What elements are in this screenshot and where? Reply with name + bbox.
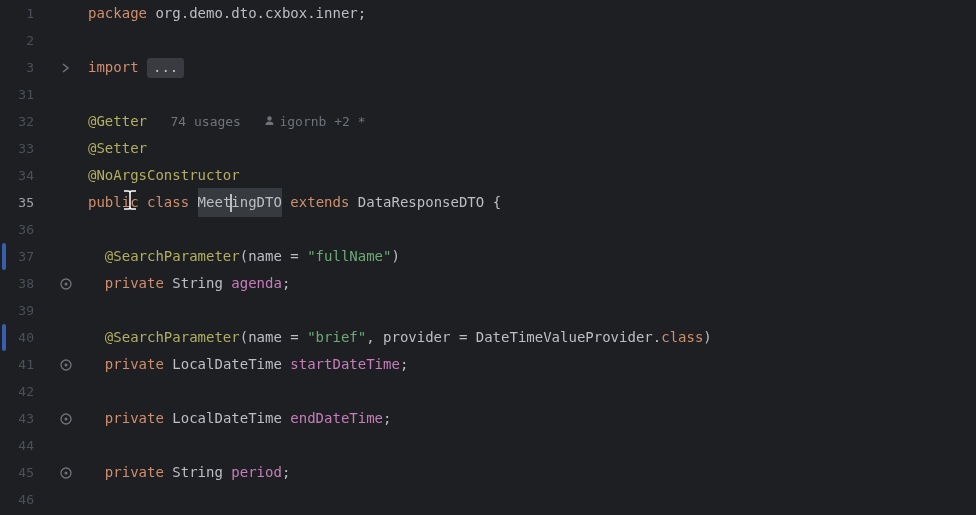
code-line[interactable]: package org.demo.dto.cxbox.inner; — [88, 0, 976, 27]
line-number[interactable]: 34 — [0, 162, 34, 189]
fold-chevron-icon[interactable] — [52, 54, 80, 81]
line-number[interactable]: 39 — [0, 297, 34, 324]
usages-icon[interactable] — [52, 270, 80, 297]
code-line[interactable]: private LocalDateTime startDateTime; — [88, 351, 976, 378]
code-line[interactable]: public class MeetingDTO extends DataResp… — [88, 189, 976, 216]
usages-icon[interactable] — [52, 459, 80, 486]
author-hint[interactable]: igornb +2 * — [264, 108, 365, 135]
code-line[interactable]: @SearchParameter(name = "brief", provide… — [88, 324, 976, 351]
text-caret — [230, 194, 232, 212]
change-marker[interactable] — [2, 324, 6, 351]
code-line[interactable] — [88, 216, 976, 243]
change-marker[interactable] — [2, 243, 6, 270]
usages-icon[interactable] — [52, 405, 80, 432]
line-number[interactable]: 35 — [0, 189, 34, 216]
svg-point-1 — [65, 282, 68, 285]
line-number[interactable]: 32 — [0, 108, 34, 135]
code-line[interactable] — [88, 432, 976, 459]
code-line[interactable]: @SearchParameter(name = "fullName") — [88, 243, 976, 270]
collapsed-fold[interactable]: ... — [147, 58, 184, 78]
code-line[interactable] — [88, 486, 976, 513]
line-number[interactable]: 42 — [0, 378, 34, 405]
usages-hint[interactable]: 74 usages — [147, 108, 264, 135]
class-name-highlight[interactable]: MeetingDTO — [198, 188, 282, 217]
line-number[interactable]: 44 — [0, 432, 34, 459]
line-number[interactable]: 3 — [0, 54, 34, 81]
svg-point-8 — [268, 116, 272, 120]
line-number[interactable]: 2 — [0, 27, 34, 54]
code-line[interactable]: private LocalDateTime endDateTime; — [88, 405, 976, 432]
line-number[interactable]: 31 — [0, 81, 34, 108]
code-line[interactable]: private String period; — [88, 459, 976, 486]
code-editor[interactable]: package org.demo.dto.cxbox.inner;import … — [80, 0, 976, 515]
line-number[interactable]: 46 — [0, 486, 34, 513]
code-line[interactable] — [88, 27, 976, 54]
code-line[interactable]: @Setter — [88, 135, 976, 162]
line-number[interactable]: 38 — [0, 270, 34, 297]
code-line[interactable]: private String agenda; — [88, 270, 976, 297]
line-number[interactable]: 45 — [0, 459, 34, 486]
line-number[interactable]: 36 — [0, 216, 34, 243]
author-icon — [264, 115, 275, 126]
editor-container: 12331323334353637383940414243444546 pack… — [0, 0, 976, 515]
line-number[interactable]: 33 — [0, 135, 34, 162]
line-number[interactable]: 1 — [0, 0, 34, 27]
code-line[interactable]: @Getter 74 usages igornb +2 * — [88, 108, 976, 135]
code-line[interactable]: import ... — [88, 54, 976, 81]
svg-point-5 — [65, 417, 68, 420]
usages-icon[interactable] — [52, 351, 80, 378]
code-line[interactable]: @NoArgsConstructor — [88, 162, 976, 189]
code-line[interactable] — [88, 297, 976, 324]
line-number[interactable]: 41 — [0, 351, 34, 378]
svg-point-7 — [65, 471, 68, 474]
gutter-icons — [52, 0, 80, 515]
code-line[interactable] — [88, 81, 976, 108]
code-line[interactable] — [88, 378, 976, 405]
line-number-gutter[interactable]: 12331323334353637383940414243444546 — [0, 0, 52, 515]
line-number[interactable]: 43 — [0, 405, 34, 432]
svg-point-3 — [65, 363, 68, 366]
